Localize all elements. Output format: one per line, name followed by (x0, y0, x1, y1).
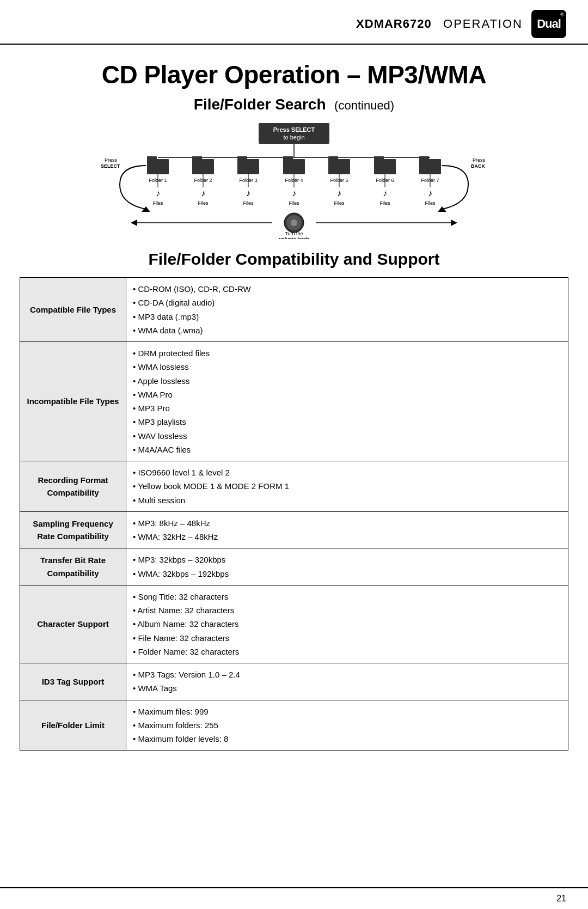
svg-rect-12 (237, 156, 247, 160)
table-value-cell: ISO9660 level 1 & level 2Yellow book MOD… (126, 461, 568, 512)
svg-rect-9 (192, 156, 202, 160)
list-item: File Name: 32 characters (133, 631, 561, 645)
table-label-cell: Sampling FrequencyRate Compatibility (20, 511, 126, 548)
svg-point-59 (291, 219, 297, 226)
svg-text:Files: Files (379, 200, 390, 206)
svg-text:Press SELECT: Press SELECT (273, 126, 315, 133)
svg-text:♪: ♪ (428, 188, 432, 198)
section1-title-text: File/Folder Search (194, 96, 326, 113)
svg-rect-24 (419, 156, 429, 160)
list-item: Maximum folders: 255 (133, 718, 561, 732)
svg-rect-14 (283, 159, 305, 174)
list-item: MP3: 32kbps – 320kbps (133, 553, 561, 566)
list-item: WMA lossless (133, 360, 561, 374)
table-value-cell: DRM protected filesWMA losslessApple los… (126, 342, 568, 461)
header-title: XDMAR6720 OPERATION (22, 17, 523, 31)
svg-text:♪: ♪ (292, 188, 296, 198)
svg-rect-5 (147, 159, 169, 174)
svg-rect-21 (374, 156, 384, 160)
svg-marker-50 (438, 206, 446, 212)
svg-text:Press: Press (473, 157, 486, 163)
svg-text:SELECT: SELECT (101, 163, 120, 169)
list-item: WMA: 32kHz – 48kHz (133, 530, 561, 544)
list-item: ISO9660 level 1 & level 2 (133, 466, 561, 479)
page-wrapper: XDMAR6720 OPERATION ® Dual CD Player Ope… (0, 0, 588, 909)
table-row: Compatible File TypesCD-ROM (ISO), CD-R,… (20, 278, 568, 342)
table-row: Incompatible File TypesDRM protected fil… (20, 342, 568, 461)
table-row: ID3 Tag SupportMP3 Tags: Version 1.0 – 2… (20, 663, 568, 700)
list-item: Folder Name: 32 characters (133, 645, 561, 658)
list-item: MP3 data (.mp3) (133, 310, 561, 324)
list-item: Maximum folder levels: 8 (133, 732, 561, 746)
svg-rect-20 (374, 159, 396, 174)
list-item: Yellow book MODE 1 & MODE 2 FORM 1 (133, 479, 561, 493)
list-item: Maximum files: 999 (133, 705, 561, 718)
svg-marker-53 (131, 219, 137, 226)
svg-rect-17 (328, 159, 350, 174)
header: XDMAR6720 OPERATION ® Dual (0, 0, 588, 45)
table-label-cell: Incompatible File Types (20, 342, 126, 461)
list-item: Artist Name: 32 characters (133, 603, 561, 617)
svg-text:to begin: to begin (283, 134, 304, 141)
svg-text:♪: ♪ (201, 188, 205, 198)
model-name: XDMAR6720 (356, 17, 432, 30)
list-item: WMA: 32kbps – 192kbps (133, 567, 561, 581)
svg-text:Files: Files (334, 200, 345, 206)
section1-title: File/Folder Search (continued) (0, 94, 588, 122)
logo-text: Dual (537, 17, 561, 31)
svg-rect-18 (328, 156, 338, 160)
table-value-cell: MP3: 8kHz – 48kHzWMA: 32kHz – 48kHz (126, 511, 568, 548)
list-item: Multi session (133, 493, 561, 507)
svg-rect-8 (192, 159, 214, 174)
list-item: MP3: 8kHz – 48kHz (133, 516, 561, 530)
svg-rect-15 (283, 156, 293, 160)
page-number: 21 (556, 894, 566, 904)
table-row: Transfer Bit RateCompatibilityMP3: 32kbp… (20, 548, 568, 585)
svg-marker-47 (142, 206, 150, 212)
list-item: WMA Tags (133, 681, 561, 695)
svg-text:♪: ♪ (156, 188, 160, 198)
page-title: CD Player Operation – MP3/WMA (0, 45, 588, 94)
list-item: MP3 playlists (133, 415, 561, 429)
list-item: DRM protected files (133, 346, 561, 360)
list-item: MP3 Pro (133, 401, 561, 415)
svg-text:Files: Files (198, 200, 209, 206)
svg-text:♪: ♪ (246, 188, 250, 198)
list-item: CD-ROM (ISO), CD-R, CD-RW (133, 282, 561, 296)
svg-rect-11 (237, 159, 259, 174)
list-item: WAV lossless (133, 429, 561, 443)
svg-text:Files: Files (152, 200, 163, 206)
svg-text:Files: Files (425, 200, 436, 206)
list-item: Song Title: 32 characters (133, 590, 561, 603)
list-item: WMA data (.wma) (133, 324, 561, 337)
table-label-cell: Recording FormatCompatibility (20, 461, 126, 512)
table-row: Recording FormatCompatibilityISO9660 lev… (20, 461, 568, 512)
list-item: CD-DA (digital audio) (133, 296, 561, 309)
table-label-cell: Character Support (20, 585, 126, 663)
file-folder-diagram: Press SELECT to begin Folder 1 Folder 2 … (98, 122, 490, 239)
table-row: File/Folder LimitMaximum files: 999Maxim… (20, 700, 568, 751)
svg-rect-6 (147, 156, 157, 160)
table-row: Character SupportSong Title: 32 characte… (20, 585, 568, 663)
table-label-cell: Transfer Bit RateCompatibility (20, 548, 126, 585)
list-item: M4A/AAC files (133, 443, 561, 456)
table-value-cell: Maximum files: 999Maximum folders: 255Ma… (126, 700, 568, 751)
registered-mark: ® (560, 12, 564, 17)
table-label-cell: ID3 Tag Support (20, 663, 126, 700)
dual-logo: ® Dual (531, 10, 566, 38)
diagram-area: Press SELECT to begin Folder 1 Folder 2 … (0, 122, 588, 245)
table-label-cell: Compatible File Types (20, 278, 126, 342)
compatibility-table: Compatible File TypesCD-ROM (ISO), CD-R,… (20, 277, 568, 751)
table-value-cell: CD-ROM (ISO), CD-R, CD-RWCD-DA (digital … (126, 278, 568, 342)
svg-text:Files: Files (243, 200, 254, 206)
operation-label: OPERATION (443, 17, 523, 30)
table-value-cell: MP3: 32kbps – 320kbpsWMA: 32kbps – 192kb… (126, 548, 568, 585)
svg-text:BACK: BACK (471, 163, 485, 169)
svg-text:volume knob: volume knob (279, 236, 309, 239)
table-value-cell: MP3 Tags: Version 1.0 – 2.4WMA Tags (126, 663, 568, 700)
svg-text:♪: ♪ (337, 188, 341, 198)
table-value-cell: Song Title: 32 charactersArtist Name: 32… (126, 585, 568, 663)
list-item: WMA Pro (133, 388, 561, 401)
footer: 21 (0, 887, 588, 909)
list-item: MP3 Tags: Version 1.0 – 2.4 (133, 668, 561, 681)
